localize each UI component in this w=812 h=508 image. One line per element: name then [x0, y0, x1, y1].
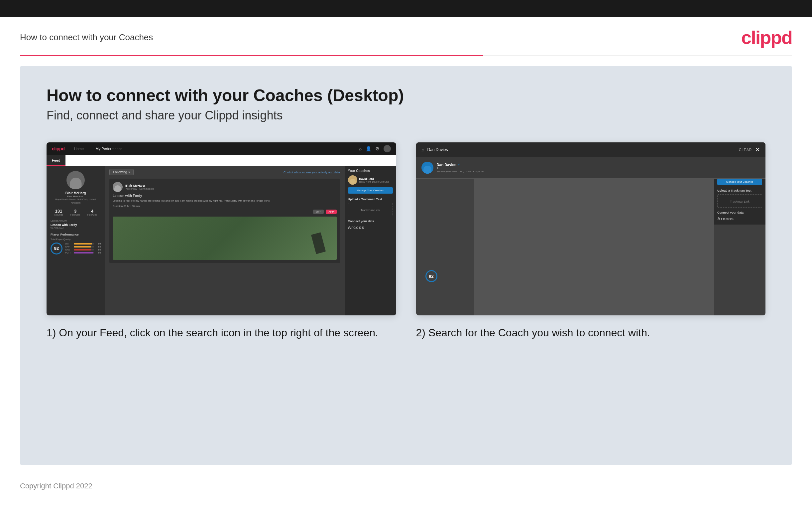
activities-value: 131	[54, 209, 63, 214]
header: How to connect with your Coaches clippd	[0, 17, 812, 55]
nav-home-1[interactable]: Home	[71, 147, 86, 151]
tpq-row-1: 92 OTT 90	[51, 243, 101, 254]
bell-icon[interactable]: ⚙	[375, 146, 380, 152]
nav-icons-1: ⌕ 👤 ⚙	[359, 145, 391, 153]
bar-app-value: 85	[95, 246, 101, 248]
coach-info-1: David Ford Royal North Devon Golf Club	[359, 177, 389, 183]
manage-coaches-btn[interactable]: Manage Your Coaches	[348, 187, 393, 194]
activity-date: 03 Aug 2022	[51, 226, 101, 229]
chevron-down-icon: ▾	[128, 170, 130, 174]
bar-arg: ARG 86	[65, 249, 101, 251]
following-button[interactable]: Following ▾	[109, 169, 134, 175]
search-result-dan-davies[interactable]: Dan Davies ✔ Pro Sunningdale Golf Club, …	[422, 160, 761, 176]
bar-putt-track	[74, 252, 94, 254]
manage-coaches-btn-2[interactable]: Manage Your Coaches	[717, 179, 762, 185]
trackman-placeholder: Trackman Link	[361, 209, 380, 212]
upload-title-2: Upload a Trackman Test	[717, 189, 762, 192]
result-club: Sunningdale Golf Club, United Kingdom	[437, 170, 484, 173]
screenshot-col-1: clippd Home My Performance ⌕ 👤 ⚙ Feed	[47, 142, 396, 340]
bars-list-1: OTT 90 APP	[65, 243, 101, 254]
feed-tab-1[interactable]: Feed	[47, 155, 65, 166]
search-input-2[interactable]: Dan Davies	[427, 147, 735, 152]
bar-app-fill	[74, 246, 91, 248]
step2-label: 2) Search for the Coach you wish to conn…	[416, 325, 766, 340]
latest-label: Latest Activity	[51, 219, 101, 222]
bar-putt-label: PUTT	[65, 252, 73, 254]
followers-value: 3	[70, 209, 81, 214]
profile-area-1: Blair McHarg Plus Handicap Royal North D…	[51, 171, 101, 205]
followers-label: Followers	[70, 214, 81, 216]
result-avatar	[422, 162, 433, 174]
result-name: Dan Davies	[437, 163, 457, 167]
bar-ott-fill	[74, 243, 92, 245]
bar-putt-fill	[74, 252, 93, 254]
coach-avatar-1	[348, 175, 357, 185]
nav-myperformance-1[interactable]: My Performance	[93, 147, 125, 151]
footer: Copyright Clippd 2022	[0, 475, 812, 497]
bar-arg-fill	[74, 249, 91, 251]
profile-club-1: Royal North Devon Golf Club, United King…	[51, 198, 101, 205]
post-author-name: Blair McHarg	[125, 184, 154, 187]
following-label: Following	[87, 214, 97, 216]
bar-app-label: APP	[65, 246, 73, 248]
result-info: Dan Davies ✔ Pro Sunningdale Golf Club, …	[437, 163, 484, 173]
coach-club-1: Royal North Devon Golf Club	[359, 181, 389, 183]
trackman-box-2: Trackman Link	[717, 194, 762, 208]
coaches-title-1: Your Coaches	[348, 169, 393, 173]
person-icon[interactable]: 👤	[366, 146, 371, 152]
left-panel-1: Blair McHarg Plus Handicap Royal North D…	[47, 166, 105, 315]
trackman-text-2: Trackman Link	[730, 200, 750, 203]
arccos-logo-1: Arccos	[348, 225, 393, 230]
tpq-label-1: Total Player Quality	[51, 238, 101, 241]
post-author-row: Blair McHarg Yesterday · Sunningdale	[113, 182, 337, 192]
post-author-info: Blair McHarg Yesterday · Sunningdale	[125, 184, 154, 190]
activity-name: Lesson with Fordy	[51, 223, 101, 226]
screenshot-1: clippd Home My Performance ⌕ 👤 ⚙ Feed	[47, 142, 396, 315]
bar-ott-label: OTT	[65, 243, 73, 245]
search-results-2: Dan Davies ✔ Pro Sunningdale Golf Club, …	[416, 157, 766, 179]
player-perf-1: Player Performance Total Player Quality …	[51, 233, 101, 254]
close-icon[interactable]: ✕	[755, 146, 760, 153]
profile-handicap-1: Plus Handicap	[51, 195, 101, 198]
post-duration: Duration 01 hr : 30 min	[113, 205, 337, 208]
post-title: Lesson with Fordy	[113, 194, 337, 198]
trackman-box-1: Trackman Link	[348, 203, 393, 216]
bar-ott-value: 90	[95, 243, 101, 245]
search-icon[interactable]: ⌕	[359, 146, 362, 152]
clear-button[interactable]: CLEAR	[739, 148, 752, 152]
post-image	[113, 217, 337, 260]
following-value: 4	[87, 209, 97, 214]
right-panel-1: Your Coaches David Ford Royal North Devo…	[345, 166, 396, 315]
action-buttons: OFF APP	[113, 210, 337, 214]
score-circle-1: 92	[51, 243, 62, 254]
connect-section-2: Connect your data Arccos	[717, 211, 762, 221]
app-button[interactable]: APP	[326, 210, 336, 214]
bar-arg-value: 86	[95, 249, 101, 251]
profile-avatar-1	[66, 171, 85, 189]
clippd-logo: clippd	[741, 27, 792, 48]
following-row-1: Following ▾ Control who can see your act…	[109, 169, 340, 175]
connect-title-1: Connect your data	[348, 220, 393, 223]
upload-title-1: Upload a Trackman Test	[348, 198, 393, 201]
coach-name-1: David Ford	[359, 177, 389, 181]
bar-app: APP 85	[65, 246, 101, 248]
search-icon-2: ⌕	[422, 147, 424, 153]
main-content: How to connect with your Coaches (Deskto…	[20, 66, 792, 465]
profile-name-1: Blair McHarg	[51, 191, 101, 195]
stat-activities: 131 Activities	[54, 209, 63, 216]
bar-app-track	[74, 246, 94, 248]
nav-avatar[interactable]	[384, 145, 391, 153]
off-button[interactable]: OFF	[313, 210, 324, 214]
page-title: How to connect with your Coaches	[20, 32, 153, 43]
post-author-meta: Yesterday · Sunningdale	[125, 187, 154, 190]
bar-arg-track	[74, 249, 94, 251]
app-body-1: Blair McHarg Plus Handicap Royal North D…	[47, 166, 396, 315]
connect-section-1: Connect your data Arccos	[348, 220, 393, 230]
bar-ott: OTT 90	[65, 243, 101, 245]
post-card-1: Blair McHarg Yesterday · Sunningdale Les…	[109, 179, 340, 263]
step1-label: 1) On your Feed, click on the search ico…	[47, 325, 396, 340]
control-link[interactable]: Control who can see your activity and da…	[284, 171, 340, 174]
stat-following: 4 Following	[87, 209, 97, 216]
main-subheading: Find, connect and share your Clippd insi…	[47, 109, 765, 122]
perf-title-1: Player Performance	[51, 233, 101, 236]
